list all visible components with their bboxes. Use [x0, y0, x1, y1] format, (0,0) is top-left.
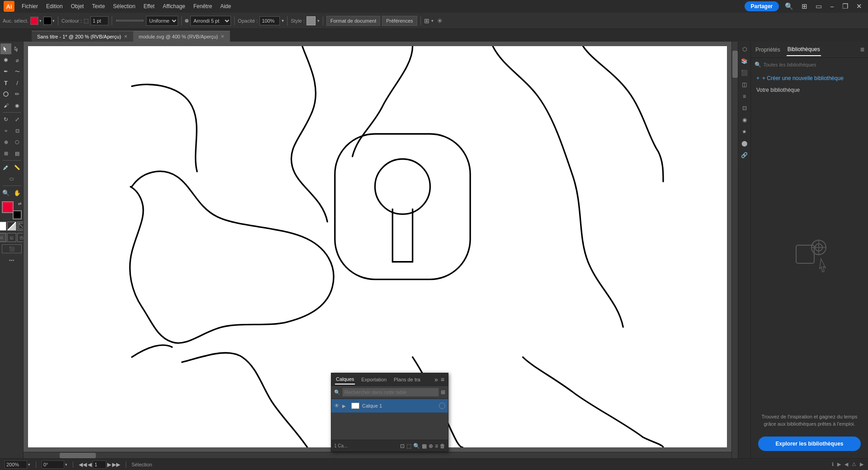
search-icon-btn[interactable]: 🔍: [783, 1, 796, 11]
layers-search-input[interactable]: [342, 388, 439, 397]
selection-tool[interactable]: [0, 43, 11, 54]
rotate-tool[interactable]: ↻: [0, 114, 11, 125]
corner-style-select[interactable]: Arrondi 5 pt: [190, 16, 231, 26]
transform-icon[interactable]: ✳: [437, 17, 443, 24]
windows-icon-btn[interactable]: ⊞: [799, 1, 810, 11]
hand-tool[interactable]: ✋: [12, 187, 23, 198]
zoom-tool[interactable]: 🔍: [0, 187, 11, 198]
zoom-dropdown[interactable]: ▾: [28, 462, 30, 467]
blob-brush-tool[interactable]: ◉: [12, 100, 23, 111]
scale-tool[interactable]: ⤢: [12, 114, 23, 125]
layers-tab-calques[interactable]: Calques: [335, 375, 355, 385]
align-icon[interactable]: ≡: [740, 91, 750, 101]
perspective-tool[interactable]: ⬡: [12, 137, 23, 147]
minimize-icon-btn[interactable]: −: [828, 2, 836, 11]
menu-texte[interactable]: Texte: [88, 1, 108, 11]
horizontal-scrollbar[interactable]: [24, 452, 731, 458]
flatten-artwork-icon[interactable]: ≡: [435, 443, 438, 449]
menu-edition[interactable]: Edition: [42, 1, 66, 11]
tab-bibliotheques[interactable]: Bibliothèques: [787, 43, 821, 56]
draw-inside[interactable]: ◰: [17, 233, 24, 242]
artboard-input[interactable]: [93, 461, 106, 469]
collect-in-new-layer-icon[interactable]: ▦: [422, 443, 427, 449]
ellipse-tool[interactable]: [0, 89, 11, 100]
menu-selection[interactable]: Sélection: [109, 1, 139, 11]
gradient-fill[interactable]: [7, 222, 16, 231]
line-tool[interactable]: /: [12, 77, 23, 88]
menu-aide[interactable]: Aide: [217, 1, 235, 11]
libraries-icon[interactable]: 📚: [740, 56, 750, 66]
properties-icon[interactable]: ⬡: [740, 44, 750, 54]
layer-name[interactable]: Calque 1: [362, 403, 437, 408]
stroke-width-input[interactable]: [90, 16, 108, 25]
menu-fenetre[interactable]: Fenêtre: [190, 1, 216, 11]
draw-behind[interactable]: ◱: [7, 233, 16, 242]
statusbar-alert-icon[interactable]: ⚠: [852, 461, 856, 467]
layers-icon[interactable]: ◫: [740, 80, 750, 90]
prev-artboard-button[interactable]: ◀◀: [79, 461, 87, 468]
shape-builder-tool[interactable]: ⊕: [0, 137, 11, 147]
layer-target-circle[interactable]: [439, 403, 445, 409]
pencil-tool[interactable]: ✏: [12, 89, 23, 100]
delete-layer-icon[interactable]: 🗑: [440, 443, 445, 449]
create-sublayer-icon[interactable]: ⊡: [400, 443, 405, 449]
fill-dropdown[interactable]: ▾: [39, 19, 42, 23]
next-artboard-button[interactable]: ▶▶: [112, 461, 120, 468]
tab-sans-titre[interactable]: Sans titre - 1* @ 200 % (RVB/Aperçu) ✕: [32, 31, 133, 42]
menu-affichage[interactable]: Affichage: [159, 1, 189, 11]
blend-tool[interactable]: ⬭: [6, 173, 17, 184]
opacity-dropdown[interactable]: ▾: [282, 18, 284, 23]
library-search-input[interactable]: [763, 62, 864, 67]
layers-tab-plans[interactable]: Plans de tra: [393, 375, 421, 384]
tab-sans-titre-close[interactable]: ✕: [124, 34, 127, 39]
scroll-thumb-h[interactable]: [60, 453, 96, 458]
layer-visibility-toggle[interactable]: 👁: [334, 403, 340, 409]
arrange-icon[interactable]: ⊞: [424, 17, 429, 24]
layer-expand-arrow[interactable]: ▶: [342, 404, 349, 408]
graphic-styles-icon[interactable]: ⬤: [740, 138, 750, 148]
opacity-input[interactable]: [259, 16, 280, 25]
doc-format-button[interactable]: Format de document: [326, 16, 381, 26]
foreground-color[interactable]: [2, 201, 14, 213]
pen-tool[interactable]: ✒: [0, 66, 11, 77]
lasso-tool[interactable]: ⌀: [12, 55, 23, 66]
tab-module-svg-close[interactable]: ✕: [221, 34, 224, 39]
arrange-dropdown[interactable]: ▾: [431, 19, 434, 23]
statusbar-info-icon[interactable]: ℹ: [832, 461, 834, 467]
canvas-area[interactable]: Calques Exportation Plans de tra » ≡ 🔍 ⊞…: [24, 42, 738, 458]
statusbar-right-end[interactable]: ▶: [860, 461, 863, 467]
measure-tool[interactable]: 📏: [12, 162, 23, 173]
background-color[interactable]: [13, 210, 22, 219]
magic-wand-tool[interactable]: ✱: [0, 55, 11, 66]
more-tools[interactable]: •••: [9, 257, 14, 263]
warp-tool[interactable]: ≈: [0, 125, 11, 136]
scroll-thumb-v[interactable]: [732, 51, 738, 78]
statusbar-play-icon[interactable]: ▶: [837, 461, 841, 467]
mesh-tool[interactable]: ⊞: [0, 148, 11, 159]
layout-icon-btn[interactable]: ▭: [813, 1, 824, 11]
gradient-tool[interactable]: ▤: [12, 148, 23, 159]
prev-artboard-step-button[interactable]: ◀: [88, 461, 92, 468]
layers-tab-exportation[interactable]: Exportation: [360, 375, 387, 384]
preferences-button[interactable]: Préférences: [382, 16, 417, 26]
locate-object-icon[interactable]: 🔍: [413, 443, 420, 449]
menu-fichier[interactable]: Fichier: [18, 1, 42, 11]
layers-filter-icon[interactable]: ⊞: [441, 389, 445, 395]
menu-effet[interactable]: Effet: [140, 1, 158, 11]
artboards-icon[interactable]: ⬛: [740, 68, 750, 78]
stroke-color-swatch[interactable]: [43, 17, 52, 25]
curvature-tool[interactable]: 〜: [12, 66, 23, 77]
layer-row-calque1[interactable]: 👁 ▶ Calque 1: [331, 399, 448, 413]
restore-icon-btn[interactable]: ❐: [840, 1, 850, 11]
swap-colors-icon[interactable]: ⇄: [18, 201, 22, 206]
style-swatch[interactable]: [307, 16, 316, 25]
pathfinder-icon[interactable]: ◉: [740, 115, 750, 125]
free-transform-tool[interactable]: ⊡: [12, 125, 23, 136]
links-icon[interactable]: 🔗: [740, 150, 750, 160]
right-panel-more-icon[interactable]: ≡: [860, 46, 864, 54]
pattern-fill[interactable]: [17, 222, 24, 231]
share-button[interactable]: Partager: [745, 1, 779, 11]
type-tool[interactable]: T: [0, 77, 11, 88]
paintbrush-tool[interactable]: 🖌: [0, 100, 11, 111]
merge-selected-icon[interactable]: ⊕: [429, 443, 433, 449]
